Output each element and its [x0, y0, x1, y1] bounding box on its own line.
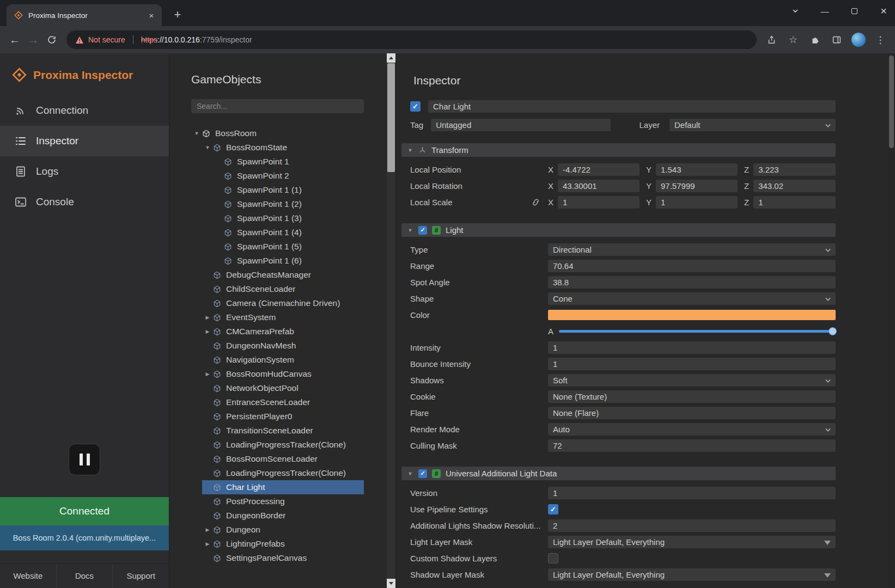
address-bar[interactable]: Not secure https://10.0.0.216:7759/inspe…: [66, 30, 757, 49]
extensions-puzzle-icon[interactable]: [806, 30, 824, 49]
dropdown-select[interactable]: Light Layer Default, Everything: [548, 536, 836, 548]
tree-item[interactable]: Char Light: [202, 480, 364, 494]
x-value-input[interactable]: 1: [558, 196, 640, 209]
value-input[interactable]: 2: [548, 519, 836, 532]
docs-link[interactable]: Docs: [57, 564, 113, 588]
pause-button[interactable]: [69, 444, 100, 475]
side-panel-icon[interactable]: [827, 30, 846, 49]
dropdown-select[interactable]: Soft: [548, 374, 836, 387]
x-value-input[interactable]: -4.4722: [558, 163, 640, 176]
alpha-slider[interactable]: [559, 330, 836, 333]
collapse-arrow-icon[interactable]: ▼: [407, 471, 413, 476]
tree-item[interactable]: SpawnPoint 2: [213, 169, 364, 183]
tree-item[interactable]: ▶LightingPrefabs: [202, 537, 364, 551]
tree-item[interactable]: ▶Dungeon: [202, 523, 364, 537]
tree-item[interactable]: EntranceSceneLoader: [202, 395, 364, 409]
expand-toggle-icon[interactable]: ▶: [202, 527, 213, 532]
hierarchy-scrollbar[interactable]: [387, 53, 395, 588]
value-input[interactable]: 1: [548, 341, 836, 354]
tree-item[interactable]: ▶CMCameraPrefab: [202, 324, 364, 339]
gameobject-enabled-checkbox[interactable]: ✓: [410, 101, 421, 112]
website-link[interactable]: Website: [0, 564, 57, 588]
tree-item[interactable]: DungeonBorder: [202, 509, 364, 523]
tree-item[interactable]: ▶BossRoomHudCanvas: [202, 367, 364, 381]
expand-toggle-icon[interactable]: ▶: [202, 315, 213, 320]
tree-item[interactable]: ▶EventSystem: [202, 310, 364, 324]
reload-button[interactable]: [42, 30, 61, 49]
window-minimize-button[interactable]: —: [817, 3, 833, 19]
value-input[interactable]: 1: [548, 487, 836, 499]
transform-component-header[interactable]: ▼ Transform: [401, 143, 836, 157]
z-value-input[interactable]: 1: [753, 196, 836, 209]
url-text[interactable]: https://10.0.0.216:7759/inspector: [141, 35, 252, 44]
security-status-label[interactable]: Not secure: [88, 35, 125, 44]
gameobject-name-input[interactable]: Char Light: [428, 100, 836, 113]
scrollbar-thumb[interactable]: [889, 56, 894, 148]
layer-select[interactable]: Default: [669, 119, 836, 131]
sidebar-item-logs[interactable]: Logs: [0, 156, 169, 187]
sidebar-item-console[interactable]: Console: [0, 187, 169, 217]
collapse-arrow-icon[interactable]: ▼: [407, 228, 413, 233]
uald-component-header[interactable]: ▼ ✓ # Universal Additional Light Data: [401, 467, 836, 480]
tree-item[interactable]: BossRoomSceneLoader: [202, 452, 364, 466]
color-swatch[interactable]: [548, 310, 836, 320]
light-component-header[interactable]: ▼ ✓ # Light: [401, 223, 836, 237]
dropdown-select[interactable]: Light Layer Default, Everything: [548, 568, 836, 581]
tree-item[interactable]: SpawnPoint 1 (3): [213, 211, 364, 225]
value-input[interactable]: 1: [548, 358, 836, 370]
expand-toggle-icon[interactable]: ▶: [202, 371, 213, 377]
tree-item[interactable]: PostProcessing: [202, 494, 364, 509]
tree-item[interactable]: LoadingProgressTracker(Clone): [202, 466, 364, 480]
page-scrollbar[interactable]: [888, 53, 895, 588]
tag-select[interactable]: Untagged: [431, 119, 611, 131]
tree-item[interactable]: ▼BossRoom: [191, 126, 364, 140]
light-enabled-checkbox[interactable]: ✓: [418, 226, 427, 235]
sidebar-item-inspector[interactable]: Inspector: [0, 126, 169, 156]
support-link[interactable]: Support: [113, 564, 169, 588]
dropdown-select[interactable]: Cone: [548, 292, 836, 305]
slider-thumb[interactable]: [829, 327, 837, 335]
tree-item[interactable]: SpawnPoint 1 (6): [213, 254, 364, 268]
forward-button[interactable]: →: [24, 30, 42, 49]
expand-toggle-icon[interactable]: ▶: [202, 329, 213, 334]
bookmark-star-icon[interactable]: ☆: [784, 30, 802, 49]
tree-item[interactable]: TransitionSceneLoader: [202, 424, 364, 438]
dropdown-select[interactable]: Directional: [548, 243, 836, 256]
tree-item[interactable]: SettingsPanelCanvas: [202, 551, 364, 565]
scroll-down-arrow-icon[interactable]: [387, 579, 395, 588]
tab-close-icon[interactable]: ×: [147, 11, 156, 20]
search-input[interactable]: [191, 99, 364, 113]
scroll-up-arrow-icon[interactable]: [387, 53, 395, 63]
back-button[interactable]: ←: [5, 30, 24, 49]
value-input[interactable]: 72: [548, 439, 836, 452]
tree-item[interactable]: Camera (Cinemachine Driven): [202, 296, 364, 310]
window-maximize-button[interactable]: [846, 3, 862, 19]
tree-item[interactable]: DungeonNavMesh: [202, 339, 364, 353]
y-value-input[interactable]: 97.57999: [656, 180, 738, 192]
value-input[interactable]: 70.64: [548, 260, 836, 272]
y-value-input[interactable]: 1.543: [656, 163, 738, 176]
tree-item[interactable]: SpawnPoint 1 (2): [213, 197, 364, 211]
scale-link-icon[interactable]: [531, 198, 540, 207]
y-value-input[interactable]: 1: [656, 196, 738, 209]
new-tab-button[interactable]: +: [171, 8, 185, 22]
window-close-button[interactable]: ×: [875, 3, 892, 19]
tree-item[interactable]: SpawnPoint 1: [213, 155, 364, 169]
share-icon[interactable]: [762, 30, 781, 49]
x-value-input[interactable]: 43.30001: [558, 180, 640, 192]
tree-item[interactable]: SpawnPoint 1 (5): [213, 240, 364, 254]
expand-toggle-icon[interactable]: ▶: [202, 541, 213, 547]
scrollbar-thumb[interactable]: [387, 63, 395, 172]
tab-search-chevron-icon[interactable]: [787, 3, 803, 19]
collapse-arrow-icon[interactable]: ▼: [407, 148, 413, 153]
expand-toggle-icon[interactable]: ▼: [202, 145, 213, 150]
tree-item[interactable]: ▼BossRoomState: [202, 140, 364, 155]
value-input[interactable]: None (Texture): [548, 390, 836, 403]
tree-item[interactable]: SpawnPoint 1 (4): [213, 225, 364, 240]
property-checkbox[interactable]: ✓: [548, 504, 558, 514]
value-input[interactable]: None (Flare): [548, 407, 836, 419]
tree-item[interactable]: NavigationSystem: [202, 353, 364, 367]
profile-avatar[interactable]: [849, 30, 868, 49]
z-value-input[interactable]: 343.02: [753, 180, 836, 192]
tree-item[interactable]: DebugCheatsManager: [202, 268, 364, 282]
